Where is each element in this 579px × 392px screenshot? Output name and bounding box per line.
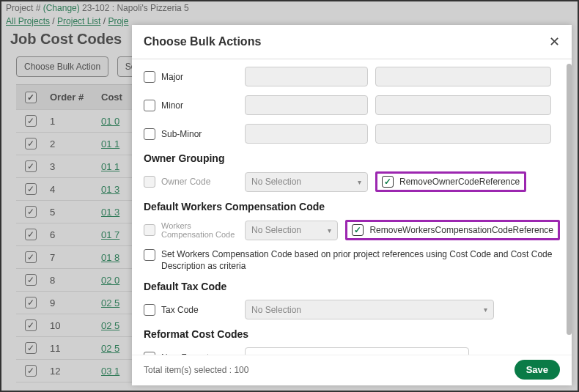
subminor-label: Sub-Minor — [161, 129, 202, 139]
tax-code-checkbox[interactable] — [144, 304, 155, 316]
subminor-input-2[interactable] — [375, 124, 551, 144]
major-input-1[interactable] — [245, 67, 368, 86]
owner-code-label: Owner Code — [161, 177, 210, 187]
tax-code-dropdown[interactable]: No Selection — [245, 300, 494, 319]
major-label: Major — [161, 72, 183, 82]
owner-code-dropdown[interactable]: No Selection — [245, 172, 368, 192]
new-format-label: New Format — [161, 352, 209, 355]
total-selected-label: Total item(s) selected : 100 — [144, 365, 248, 375]
wc-label: Workers Compensation Code — [161, 221, 237, 239]
scrollbar[interactable] — [567, 64, 572, 335]
major-checkbox[interactable] — [144, 71, 155, 83]
set-wc-note-label: Set Workers Compensation Code based on p… — [161, 249, 560, 272]
tax-heading: Default Tax Code — [144, 281, 560, 292]
clear-icon[interactable]: x — [447, 352, 451, 355]
owner-code-checkbox[interactable] — [144, 176, 155, 188]
new-format-checkbox[interactable] — [144, 352, 155, 355]
remove-wc-highlight: RemoveWorkersCompensationCodeReference — [345, 220, 560, 240]
remove-owner-label: RemoveOwnerCodeReference — [399, 177, 520, 187]
subminor-input-1[interactable] — [245, 124, 368, 144]
modal-title: Choose Bulk Actions — [144, 35, 261, 48]
minor-checkbox[interactable] — [144, 100, 155, 111]
minor-input-2[interactable] — [375, 95, 551, 115]
bulk-actions-modal: Choose Bulk Actions ✕ Major Minor Sub-Mi… — [132, 25, 572, 385]
subminor-checkbox[interactable] — [144, 128, 155, 140]
new-format-dropdown[interactable]: x — [245, 347, 469, 355]
reformat-heading: Reformat Cost Codes — [144, 328, 560, 340]
close-icon[interactable]: ✕ — [549, 34, 560, 50]
major-input-2[interactable] — [375, 67, 551, 86]
owner-grouping-heading: Owner Grouping — [144, 152, 560, 164]
minor-label: Minor — [161, 100, 183, 111]
remove-wc-checkbox[interactable] — [352, 224, 364, 236]
remove-owner-highlight: RemoveOwnerCodeReference — [375, 171, 526, 192]
remove-wc-label: RemoveWorkersCompensationCodeReference — [369, 225, 553, 235]
set-wc-note-checkbox[interactable] — [144, 249, 155, 261]
wc-dropdown[interactable]: No Selection — [245, 221, 338, 240]
wc-heading: Default Workers Compensation Code — [144, 201, 560, 212]
remove-owner-checkbox[interactable] — [382, 176, 394, 188]
chevron-down-icon — [454, 352, 462, 355]
tax-code-label: Tax Code — [161, 305, 199, 315]
wc-checkbox[interactable] — [144, 224, 155, 236]
save-button[interactable]: Save — [515, 360, 560, 380]
minor-input-1[interactable] — [245, 95, 368, 115]
